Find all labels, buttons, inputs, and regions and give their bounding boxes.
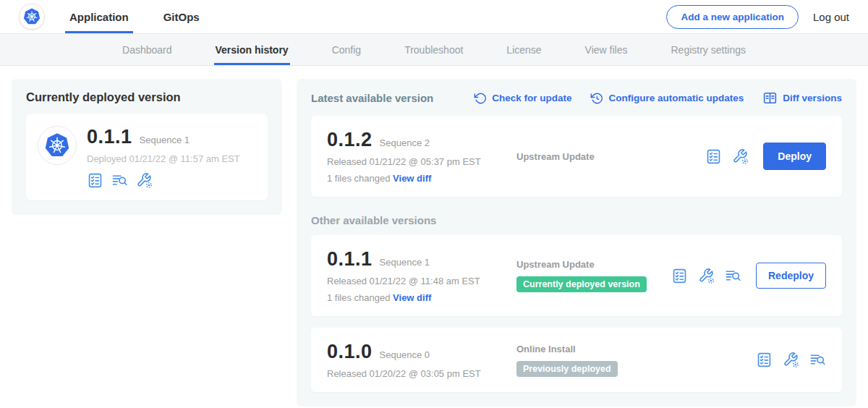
check-for-update-label: Check for update xyxy=(492,93,571,103)
released-date: Released 01/21/22 @ 11:48 am EST xyxy=(327,276,516,286)
edit-config-icon[interactable] xyxy=(136,172,153,189)
app-icon xyxy=(38,126,77,165)
previously-deployed-badge: Previously deployed xyxy=(516,361,618,377)
sequence-label: Sequence 0 xyxy=(380,349,430,360)
subnav-tab-registry-settings[interactable]: Registry settings xyxy=(670,34,747,65)
view-diff-link[interactable]: View diff xyxy=(393,173,431,184)
currently-deployed-title: Currently deployed version xyxy=(26,90,268,104)
configure-automatic-updates-link[interactable]: Configure automatic updates xyxy=(590,92,744,105)
edit-config-icon[interactable] xyxy=(783,352,799,368)
latest-available-title: Latest available version xyxy=(311,92,433,104)
version-card-actions: Redeploy xyxy=(671,263,826,289)
clock-refresh-icon xyxy=(590,92,603,105)
view-logs-icon[interactable] xyxy=(111,172,128,189)
source-label: Upstream Update xyxy=(516,259,671,270)
deployed-version-card: 0.1.1 Sequence 1 Deployed 01/21/22 @ 11:… xyxy=(26,114,268,200)
add-application-button[interactable]: Add a new application xyxy=(666,5,799,29)
deployed-date: Deployed 01/21/22 @ 11:57 am EST xyxy=(87,153,240,164)
currently-deployed-panel: Currently deployed version 0.1.1 Sequenc… xyxy=(12,79,282,215)
preflight-checks-icon[interactable] xyxy=(756,352,773,368)
preflight-checks-icon[interactable] xyxy=(671,268,688,284)
version-source: Online Install Previously deployed xyxy=(516,344,756,377)
header-tabs: Application GitOps xyxy=(65,0,204,33)
subnav-tab-config[interactable]: Config xyxy=(331,34,362,65)
version-card-actions xyxy=(756,352,826,368)
deployed-version-info: 0.1.1 Sequence 1 Deployed 01/21/22 @ 11:… xyxy=(87,126,240,189)
view-diff-link[interactable]: View diff xyxy=(393,292,431,303)
logout-button[interactable]: Log out xyxy=(813,11,849,23)
subnav-tab-dashboard[interactable]: Dashboard xyxy=(121,34,174,65)
view-logs-icon[interactable] xyxy=(725,268,741,284)
files-changed-label: 1 files changed xyxy=(327,173,390,184)
currently-deployed-badge: Currently deployed version xyxy=(516,276,647,292)
preflight-checks-icon[interactable] xyxy=(705,148,722,165)
sequence-label: Sequence 1 xyxy=(380,257,430,268)
kubernetes-helm-icon xyxy=(41,129,73,161)
version-info: 0.1.0 Sequence 0 Released 01/20/22 @ 03:… xyxy=(327,341,516,379)
version-card-0-1-0: 0.1.0 Sequence 0 Released 01/20/22 @ 03:… xyxy=(311,328,842,392)
files-changed-label: 1 files changed xyxy=(327,292,390,303)
main-content: Currently deployed version 0.1.1 Sequenc… xyxy=(0,66,868,408)
subnav-tab-license[interactable]: License xyxy=(505,34,542,65)
version-source: Upstream Update Currently deployed versi… xyxy=(516,259,671,292)
tab-application[interactable]: Application xyxy=(65,0,133,33)
source-label: Online Install xyxy=(516,344,756,354)
available-versions-panel: Latest available version Check for updat… xyxy=(297,79,856,407)
view-logs-icon[interactable] xyxy=(809,352,826,368)
other-versions-title: Other available versions xyxy=(311,214,842,226)
version-number: 0.1.1 xyxy=(327,248,373,271)
refresh-icon xyxy=(474,92,487,105)
version-info: 0.1.2 Sequence 2 Released 01/21/22 @ 05:… xyxy=(327,129,516,184)
diff-columns-icon xyxy=(762,90,778,106)
released-date: Released 01/21/22 @ 05:37 pm EST xyxy=(327,156,516,167)
subnav-tab-version-history[interactable]: Version history xyxy=(214,34,290,65)
diff-versions-label: Diff versions xyxy=(783,93,842,103)
version-card-0-1-1: 0.1.1 Sequence 1 Released 01/21/22 @ 11:… xyxy=(311,235,842,316)
source-label: Upstream Update xyxy=(516,151,705,162)
deployed-version-number: 0.1.1 xyxy=(87,126,132,148)
app-subnav: Dashboard Version history Config Trouble… xyxy=(0,34,868,66)
version-number: 0.1.0 xyxy=(327,341,373,363)
version-number: 0.1.2 xyxy=(327,129,373,151)
edit-config-icon[interactable] xyxy=(698,268,715,284)
version-source: Upstream Update xyxy=(516,151,705,162)
kubernetes-helm-icon xyxy=(21,6,43,27)
edit-config-icon[interactable] xyxy=(732,148,749,165)
deployed-sequence-label: Sequence 1 xyxy=(140,135,190,145)
version-card-0-1-2: 0.1.2 Sequence 2 Released 01/21/22 @ 05:… xyxy=(311,116,842,197)
kubernetes-logo xyxy=(19,4,45,30)
header-right: Add a new application Log out xyxy=(666,5,849,29)
version-info: 0.1.1 Sequence 1 Released 01/21/22 @ 11:… xyxy=(327,248,516,303)
preflight-checks-icon[interactable] xyxy=(87,172,103,189)
deploy-button[interactable]: Deploy xyxy=(763,143,826,170)
check-for-update-link[interactable]: Check for update xyxy=(474,92,571,105)
tab-gitops[interactable]: GitOps xyxy=(159,0,204,33)
configure-automatic-updates-label: Configure automatic updates xyxy=(608,93,744,103)
version-card-actions: Deploy xyxy=(705,143,826,170)
app-header: Application GitOps Add a new application… xyxy=(0,0,868,34)
subnav-tab-troubleshoot[interactable]: Troubleshoot xyxy=(403,34,464,65)
version-actions: Check for update Configure automatic upd… xyxy=(474,90,842,106)
sequence-label: Sequence 2 xyxy=(380,137,430,148)
redeploy-button[interactable]: Redeploy xyxy=(756,263,826,289)
released-date: Released 01/20/22 @ 03:05 pm EST xyxy=(327,368,516,379)
diff-versions-link[interactable]: Diff versions xyxy=(762,90,842,106)
subnav-tab-view-files[interactable]: View files xyxy=(584,34,629,65)
